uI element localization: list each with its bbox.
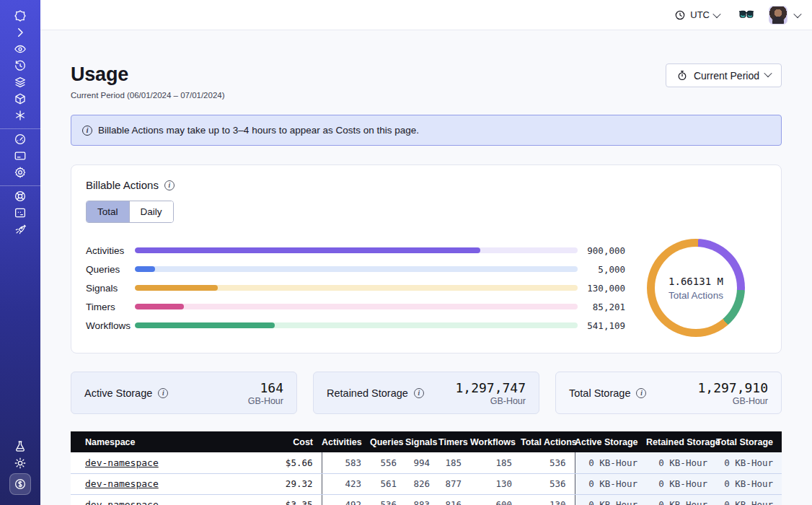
bar-row: Workflows541,109 [86,316,625,335]
timezone-selector[interactable]: UTC [674,9,720,21]
bar-value: 541,109 [578,320,625,331]
bar-track [135,247,578,253]
retained_storage-cell: 0 KB-Hour [646,494,716,505]
active-storage-value: 164 [248,380,283,395]
total_actions-cell: 130 [521,494,575,505]
flask-icon[interactable] [14,440,27,453]
period-selector-button[interactable]: Current Period [666,63,782,87]
bar-row: Activities900,000 [86,241,625,260]
workflows-cell: 185 [470,452,521,473]
layers-icon[interactable] [14,76,27,89]
namespace-usage-table: NamespaceCostActivitiesQueriesSignalsTim… [71,431,782,505]
bar-track [135,285,578,291]
total_storage-cell: 0 KB-Hour [716,473,782,494]
activities-cell: 583 [322,452,370,473]
eye-icon[interactable] [14,43,27,56]
column-header: Queries [370,431,405,452]
total_storage-cell: 0 KB-Hour [716,494,782,505]
donut-total-label: Total Actions [668,290,723,301]
topbar: UTC [40,0,812,30]
tab-total[interactable]: Total [87,201,129,222]
chevron-down-icon[interactable] [793,9,801,17]
table-row: dev-namespace$5.665835569941851855360 KB… [71,452,782,473]
sidebar-divider [0,185,40,186]
banner-text: Billable Actions may take up to 3–4 hour… [98,125,419,136]
tab-daily[interactable]: Daily [129,201,173,222]
active-storage-label: Active Storage [84,387,152,399]
bar-value: 85,201 [578,302,625,312]
temporal-logo[interactable] [14,9,27,22]
glasses-icon[interactable] [738,10,754,20]
bar-row: Queries5,000 [86,260,625,278]
history-clock-icon[interactable] [14,59,27,72]
queries-cell: 556 [370,452,405,473]
retained-storage-unit: GB-Hour [455,396,526,406]
page-title: Usage [71,63,225,86]
storage-summary-row: Active Storage i 164 GB-Hour Retained St… [71,372,782,414]
namespace-link[interactable]: dev-namespace [85,499,159,505]
bar-label: Queries [86,264,135,275]
terminal-face-icon[interactable] [14,206,27,219]
info-icon[interactable]: i [636,388,646,398]
total_actions-cell: 536 [521,452,575,473]
column-header: Timers [438,431,470,452]
retained-storage-label: Retained Storage [327,387,408,399]
column-header: Signals [405,431,438,452]
bar-label: Signals [86,283,135,294]
column-header: Namespace [71,431,252,452]
total_storage-cell: 0 KB-Hour [716,452,782,473]
active-storage-unit: GB-Hour [248,396,283,406]
namespace-link[interactable]: dev-namespace [85,478,159,489]
avatar[interactable] [769,6,787,25]
cost-cell: $3.35 [252,494,322,505]
lifebuoy-icon[interactable] [14,190,27,203]
table-body: dev-namespace$5.665835569941851855360 KB… [71,452,782,505]
total-actions-donut-chart: 1.66131 M Total Actions [625,239,767,337]
workflows-cell: 600 [470,494,521,505]
active-storage-card: Active Storage i 164 GB-Hour [71,372,297,414]
bar-value: 130,000 [578,283,625,294]
sun-icon[interactable] [14,457,27,470]
period-button-label: Current Period [694,70,759,82]
total-storage-value: 1,297,910 [697,380,768,395]
active_storage-cell: 0 KB-Hour [575,494,646,505]
info-icon[interactable]: i [414,388,424,398]
bar-value: 5,000 [578,264,625,275]
workflows-cell: 130 [470,473,521,494]
rocket-icon[interactable] [14,223,27,236]
chevron-right-icon[interactable] [14,26,27,39]
info-icon: i [82,126,92,136]
bar-label: Activities [86,245,135,256]
signals-cell: 994 [405,452,438,473]
column-header: Active Storage [575,431,646,452]
column-header: Workflows [470,431,521,452]
active_storage-cell: 0 KB-Hour [575,452,646,473]
bar-fill [135,247,480,253]
namespace-cell: dev-namespace [71,452,252,473]
column-header: Total Actions [521,431,575,452]
bar-row: Signals130,000 [86,278,625,297]
dollar-coin-icon[interactable] [9,473,31,495]
info-icon[interactable]: i [164,180,175,190]
info-icon[interactable]: i [158,388,168,398]
column-header: Retained Storage [646,431,716,452]
cost-cell: 29.32 [252,473,322,494]
total-storage-unit: GB-Hour [697,396,768,406]
sidebar-divider [0,128,40,129]
namespace-link[interactable]: dev-namespace [85,457,159,468]
bar-label: Timers [86,302,135,312]
gear-icon[interactable] [14,166,27,179]
gauge-icon[interactable] [14,133,27,146]
cube-icon[interactable] [14,92,27,105]
asterisk-icon[interactable] [14,109,27,122]
queries-cell: 561 [370,473,405,494]
timers-cell: 185 [438,452,470,473]
bar-fill [135,285,218,291]
billable-actions-title: Billable Actions [86,179,159,191]
credit-card-icon[interactable] [14,149,27,162]
retained-storage-value: 1,297,747 [455,380,526,395]
signals-cell: 883 [405,494,438,505]
column-header: Total Storage [716,431,782,452]
total-storage-label: Total Storage [569,387,630,399]
column-header: Activities [322,431,370,452]
